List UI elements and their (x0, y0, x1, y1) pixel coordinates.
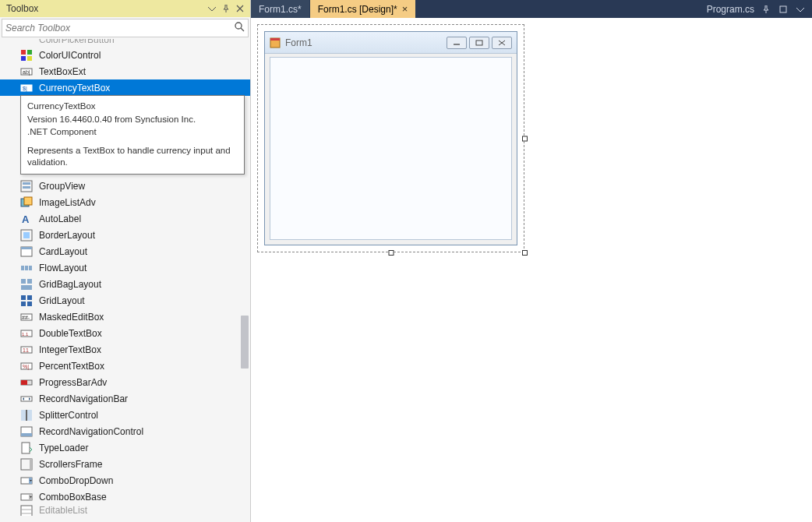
svg-text:ab|: ab| (23, 69, 30, 76)
list-item[interactable]: RecordNavigationControl (0, 423, 250, 439)
list-item[interactable]: ProgressBarAdv (0, 374, 250, 390)
list-item[interactable]: ScrollersFrame (0, 456, 250, 472)
search-input[interactable] (5, 23, 234, 34)
svg-text:%|: %| (23, 364, 29, 370)
list-item[interactable]: ##-MaskedEditBox (0, 309, 250, 325)
list-item[interactable]: BorderLayout (0, 227, 250, 243)
close-button[interactable] (492, 37, 512, 49)
svg-rect-57 (270, 38, 280, 41)
pin-icon[interactable] (219, 2, 233, 16)
list-item[interactable]: GridLayout (0, 292, 250, 309)
list-item[interactable]: CardLayout (0, 243, 250, 259)
list-item[interactable]: ComboBoxBase (0, 488, 250, 505)
item-label: DoubleTextBox (39, 328, 102, 339)
tooltip-type: .NET Component (27, 126, 238, 139)
scrollbar-thumb[interactable] (241, 316, 249, 369)
svg-rect-38 (21, 380, 27, 385)
close-icon[interactable] (233, 2, 247, 16)
tab-close-icon[interactable]: × (402, 3, 408, 15)
maximize-button[interactable] (469, 37, 489, 49)
control-icon (20, 229, 33, 242)
control-icon (20, 505, 33, 516)
resize-handle-e[interactable] (522, 136, 528, 141)
svg-rect-44 (21, 433, 32, 436)
svg-rect-13 (24, 197, 32, 205)
svg-rect-40 (21, 410, 26, 421)
svg-rect-24 (21, 285, 32, 290)
item-label: GridBagLayout (39, 279, 101, 290)
form-designer[interactable]: Form1 (262, 29, 520, 248)
list-item[interactable]: ImageListAdv (0, 194, 250, 210)
tooltip-description: Represents a TextBox to handle currency … (27, 145, 238, 169)
document-tabs: Form1.cs*Form1.cs [Design]*× Program.cs (251, 0, 812, 18)
svg-text:11: 11 (23, 347, 29, 353)
toolbox-panel: Toolbox ColorPickerButtonColorUIControla… (0, 0, 251, 522)
control-icon: %| (20, 360, 33, 372)
document-tab[interactable]: Form1.cs* (251, 0, 310, 18)
dropdown-icon[interactable] (795, 5, 806, 13)
tooltip-title: CurrencyTextBox (27, 101, 238, 113)
tooltip: CurrencyTextBox Version 16.4460.0.40 fro… (20, 95, 245, 175)
item-label: IntegerTextBox (39, 344, 101, 355)
design-surface[interactable]: Form1 (251, 18, 812, 522)
svg-rect-25 (21, 295, 26, 300)
svg-rect-41 (27, 410, 32, 421)
form-title: Form1 (285, 37, 442, 48)
list-item[interactable]: ColorUIControl (0, 47, 250, 63)
form-window[interactable]: Form1 (264, 31, 517, 245)
svg-rect-1 (21, 50, 26, 55)
list-item[interactable]: RecordNavigationBar (0, 390, 250, 407)
list-item[interactable]: ab|TextBoxExt (0, 63, 250, 79)
active-files-icon[interactable] (778, 5, 789, 13)
list-item[interactable]: %|PercentTextBox (0, 358, 250, 374)
control-icon (20, 458, 33, 471)
item-label: ImageListAdv (39, 197, 96, 208)
item-label: SplitterControl (39, 410, 98, 421)
item-label: CardLayout (39, 246, 87, 257)
root: Toolbox ColorPickerButtonColorUIControla… (0, 0, 812, 522)
resize-handle-s[interactable] (388, 250, 394, 256)
list-item[interactable]: 11IntegerTextBox (0, 341, 250, 358)
control-icon (20, 49, 33, 62)
svg-rect-45 (22, 443, 30, 453)
svg-rect-18 (21, 247, 32, 249)
list-item[interactable]: GridBagLayout (0, 276, 250, 292)
control-icon: A (20, 213, 33, 225)
list-item[interactable]: SplitterControl (0, 407, 250, 423)
item-label: EditableList (39, 505, 87, 516)
hidden-tab-label[interactable]: Program.cs (707, 4, 754, 15)
control-icon (20, 278, 33, 291)
item-label: ColorUIControl (39, 50, 101, 61)
control-icon (20, 180, 33, 192)
svg-rect-52 (21, 506, 32, 516)
search-icon[interactable] (234, 21, 245, 35)
pin-tab-icon[interactable] (761, 5, 771, 13)
control-icon (20, 376, 33, 389)
control-icon: $| (20, 82, 33, 94)
control-icon (20, 262, 33, 274)
list-item[interactable]: ColorPickerButton (0, 39, 250, 47)
control-icon (20, 39, 33, 45)
list-item[interactable]: 1.1DoubleTextBox (0, 325, 250, 341)
toolbox-search[interactable] (2, 19, 249, 37)
list-item[interactable]: EditableList (0, 505, 250, 516)
minimize-button[interactable] (447, 37, 467, 49)
form-client-area[interactable] (270, 57, 512, 240)
svg-rect-10 (23, 182, 30, 185)
list-item[interactable]: ComboDropDown (0, 472, 250, 488)
svg-text:$|: $| (23, 86, 27, 92)
resize-handle-se[interactable] (522, 250, 528, 256)
svg-rect-26 (27, 295, 32, 300)
document-tab[interactable]: Form1.cs [Design]*× (310, 0, 417, 18)
toolbox-menu-icon[interactable] (205, 2, 219, 16)
item-label: RecordNavigationControl (39, 426, 143, 437)
item-label: RecordNavigationBar (39, 393, 128, 404)
list-item[interactable]: GroupView (0, 178, 250, 194)
svg-rect-3 (21, 56, 26, 61)
svg-rect-47 (30, 459, 32, 470)
list-item[interactable]: TypeLoader (0, 439, 250, 456)
control-icon: 1.1 (20, 327, 33, 340)
list-item[interactable]: FlowLayout (0, 259, 250, 276)
list-item[interactable]: $|CurrencyTextBox (0, 79, 250, 96)
list-item[interactable]: AAutoLabel (0, 210, 250, 227)
